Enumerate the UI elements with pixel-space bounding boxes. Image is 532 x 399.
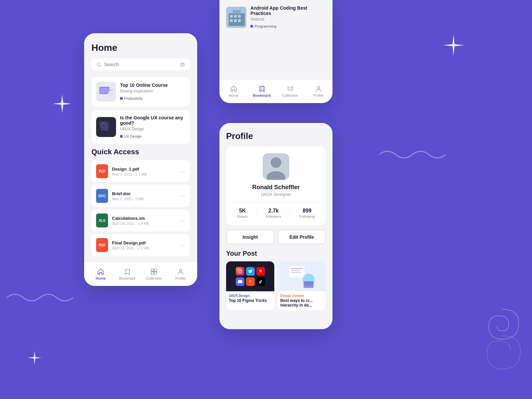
collection-nav-icon (287, 85, 294, 92)
quick-access-title: Quick Access (91, 148, 190, 156)
course-tag-2: UX Design (120, 134, 142, 138)
twitter-icon (246, 267, 255, 276)
svg-rect-12 (151, 272, 154, 274)
svg-rect-21 (234, 19, 237, 22)
course-info-2: Is the Google UX course any good? UI/UX … (120, 115, 185, 139)
bookmark-nav-icon (258, 85, 266, 92)
stats-row: 5K Reads 2.7k Followers 899 Following (233, 202, 319, 218)
file-card-2[interactable]: DOC Brief.doc May 2, 2021 · 5 MB ··· (91, 185, 190, 207)
file-more-3[interactable]: ··· (180, 217, 185, 224)
svg-point-14 (179, 269, 182, 272)
post-card-2[interactable]: Design System Best ways to cr... hierarc… (278, 261, 326, 310)
post-card-1[interactable]: N F (226, 261, 274, 310)
file-card-4[interactable]: PDF Final Design.pdf April 25, 2021 · 2.… (91, 234, 190, 256)
svg-rect-13 (154, 272, 157, 274)
svg-rect-28 (238, 269, 242, 273)
search-bar[interactable] (91, 59, 190, 70)
profile-nav-icon (315, 85, 322, 92)
tiktok-icon (256, 277, 265, 286)
stat-followers: 2.7k Followers (266, 208, 281, 218)
profile-icon (177, 268, 184, 275)
post-title-1: Top 10 Figma Tricks (226, 298, 274, 306)
svg-point-5 (108, 91, 113, 97)
bookmark-nav-home[interactable]: Home (224, 85, 244, 97)
file-card-3[interactable]: XLS Calculations.xls April 28, 2021 · 3.… (91, 209, 190, 231)
svg-rect-18 (234, 15, 237, 18)
svg-rect-37 (304, 281, 314, 288)
svg-point-24 (317, 86, 320, 89)
nav-home[interactable]: Home (91, 268, 111, 280)
search-input[interactable] (104, 62, 177, 67)
post-image-2 (278, 261, 326, 291)
search-icon (96, 62, 101, 67)
avatar (263, 153, 289, 180)
svg-rect-9 (101, 126, 108, 131)
svg-point-29 (239, 270, 241, 272)
post-title-2: Best ways to cr... hierarchy in de... (278, 298, 326, 310)
bookmark-phone: Android App Coding Best Practices Androi… (219, 0, 332, 103)
svg-rect-11 (154, 269, 157, 271)
svg-rect-19 (238, 15, 241, 18)
bookmark-item[interactable]: Android App Coding Best Practices Androi… (219, 0, 332, 34)
course-card-1[interactable]: Top 10 Online Course Desing Inspirartion… (91, 77, 190, 106)
svg-rect-22 (238, 19, 241, 22)
course-card-2[interactable]: Is the Google UX course any good? UI/UX … (91, 110, 190, 144)
left-bottom-nav: Home Bookmark Collection Profile (84, 262, 197, 286)
svg-rect-34 (291, 270, 300, 271)
svg-rect-4 (100, 88, 108, 93)
post-tag-2: Design System (278, 291, 326, 298)
svg-point-2 (182, 64, 184, 66)
course-thumb-1 (96, 82, 116, 102)
action-buttons: Insight Edit Profile (226, 230, 326, 244)
profile-role: UI/UX Designer (233, 192, 319, 197)
profile-title: Profile (226, 131, 326, 141)
file-more-4[interactable]: ··· (180, 242, 185, 249)
your-post-title: Your Post (226, 250, 326, 257)
collection-icon (150, 268, 158, 275)
home-icon (97, 268, 104, 275)
home-title: Home (91, 43, 190, 53)
svg-rect-10 (151, 269, 154, 271)
course-tag-1: Productivity (120, 96, 143, 100)
file-more-1[interactable]: ··· (180, 168, 185, 175)
nav-profile[interactable]: Profile (171, 268, 191, 280)
building-thumbnail (226, 7, 246, 28)
bookmark-nav-bookmark[interactable]: Bookmark (252, 85, 272, 97)
home-phone: Home (84, 33, 197, 286)
stat-reads: 5K Reads (237, 208, 248, 218)
instagram-icon (236, 267, 244, 276)
pdf-icon-1: PDF (96, 164, 108, 178)
post-image-1: N F (226, 261, 274, 291)
nav-bookmark[interactable]: Bookmark (117, 268, 137, 280)
course-info-1: Top 10 Online Course Desing Inspirartion… (120, 82, 168, 101)
netflix-icon: N (256, 267, 265, 276)
svg-rect-32 (290, 266, 305, 277)
svg-point-26 (271, 157, 281, 168)
home-nav-icon (230, 85, 237, 92)
file-card-1[interactable]: PDF Design_1.pdf May 4, 2021 · 2.5 MB ··… (91, 160, 190, 182)
stat-following: 899 Following (299, 208, 315, 218)
doc-icon: DOC (96, 189, 108, 203)
file-more-2[interactable]: ··· (180, 193, 185, 200)
course-thumb-2 (96, 117, 116, 137)
post-grid: N F (226, 261, 326, 310)
bookmark-nav-profile[interactable]: Profile (309, 85, 329, 97)
bookmark-icon (124, 268, 131, 275)
edit-profile-button[interactable]: Edit Profile (278, 230, 326, 244)
svg-rect-33 (291, 268, 303, 269)
figma-icon: F (246, 277, 255, 286)
svg-rect-17 (230, 15, 233, 18)
svg-rect-23 (233, 10, 241, 14)
bookmark-nav-collection[interactable]: Collection (280, 85, 300, 97)
pdf-icon-2: PDF (96, 238, 108, 252)
svg-point-30 (241, 270, 241, 270)
discord-icon (236, 277, 244, 286)
svg-rect-35 (291, 272, 302, 273)
profile-name: Ronald Scheffler (233, 184, 319, 191)
bookmark-bottom-nav: Home Bookmark Collection Profile (219, 79, 332, 103)
avatar-section: Ronald Scheffler UI/UX Designer 5K Reads… (226, 147, 326, 225)
nav-collection[interactable]: Collection (144, 268, 164, 280)
profile-phone: Profile Ronald Scheffler UI/UX Designer … (219, 123, 332, 329)
post-tag-1: UI/UX Design (226, 291, 274, 298)
insight-button[interactable]: Insight (226, 230, 274, 244)
